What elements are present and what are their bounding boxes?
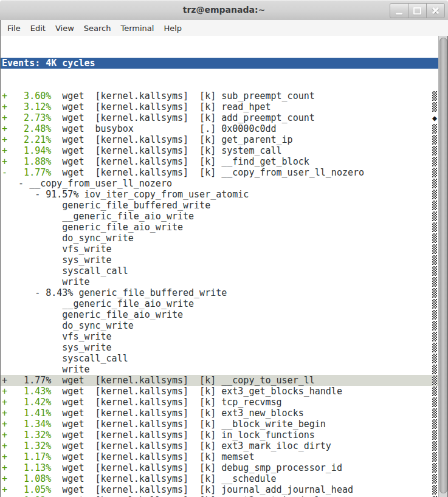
- scroll-checkerboard-icon: [432, 135, 437, 145]
- scroll-checkerboard-icon: [432, 124, 437, 134]
- perf-row[interactable]: generic_file_aio_write: [1, 222, 438, 233]
- row-text: do_sync_write: [2, 233, 134, 244]
- row-text: generic_file_buffered_write: [2, 200, 210, 211]
- perf-row[interactable]: sys_write: [1, 342, 438, 353]
- close-button[interactable]: [426, 3, 445, 18]
- perf-row[interactable]: + 1.42% wget [kernel.kallsyms] [k] tcp_r…: [1, 397, 438, 408]
- scroll-checkerboard-icon: [432, 244, 437, 254]
- scroll-checkerboard-icon: [432, 211, 437, 221]
- perf-row[interactable]: + 1.08% wget [kernel.kallsyms] [k] __sch…: [1, 473, 438, 484]
- perf-row[interactable]: + 1.13% wget [kernel.kallsyms] [k] debug…: [1, 462, 438, 473]
- minimize-icon: [396, 13, 402, 15]
- perf-row[interactable]: write: [1, 364, 438, 375]
- title-bar[interactable]: trz@empanada:~: [0, 0, 448, 21]
- scroll-checkerboard-icon: [432, 463, 437, 473]
- perf-row[interactable]: + 2.48% wget busybox [.] 0x0000c0dd: [1, 123, 438, 134]
- perf-row[interactable]: vfs_write: [1, 244, 438, 255]
- menu-item-terminal[interactable]: Terminal: [115, 21, 159, 35]
- perf-row[interactable]: syscall_call: [1, 353, 438, 364]
- row-percent: + 1.41%: [2, 408, 51, 419]
- scroll-checkerboard-icon: [432, 310, 437, 320]
- perf-row[interactable]: do_sync_write: [1, 320, 438, 331]
- menu-item-help[interactable]: Help: [159, 21, 187, 35]
- scroll-checkerboard-icon: [432, 277, 437, 287]
- row-text: wget [kernel.kallsyms] [k] in_lock_funct…: [51, 430, 314, 440]
- perf-row[interactable]: generic_file_aio_write: [1, 309, 438, 320]
- perf-row[interactable]: + 1.94% wget [kernel.kallsyms] [k] syste…: [1, 145, 438, 156]
- row-text: __generic_file_aio_write: [2, 211, 194, 222]
- minimize-button[interactable]: [390, 3, 408, 18]
- perf-row[interactable]: + 2.21% wget [kernel.kallsyms] [k] get_p…: [1, 134, 438, 145]
- scroll-checkerboard-icon: [432, 288, 437, 298]
- maximize-button[interactable]: [408, 3, 427, 18]
- scroll-checkerboard-icon: [432, 452, 437, 462]
- scroll-checkerboard-icon: [432, 102, 437, 112]
- scrollbar-track[interactable]: [438, 36, 448, 497]
- menu-item-view[interactable]: View: [50, 21, 79, 35]
- row-text: wget [kernel.kallsyms] [k] debug_smp_pro…: [51, 462, 342, 473]
- perf-row[interactable]: + 1.17% wget [kernel.kallsyms] [k] memse…: [1, 451, 438, 462]
- close-icon: [432, 7, 439, 15]
- scroll-position-diamond-icon: ◆: [430, 112, 439, 123]
- menu-bar: FileEditViewSearchTerminalHelp: [0, 20, 448, 36]
- perf-rows: + 3.60% wget [kernel.kallsyms] [k] sub_p…: [1, 91, 438, 497]
- perf-row[interactable]: + 1.41% wget [kernel.kallsyms] [k] ext3_…: [1, 408, 438, 419]
- scroll-checkerboard-icon: [432, 168, 437, 177]
- menu-item-edit[interactable]: Edit: [26, 21, 50, 35]
- row-text: wget [kernel.kallsyms] [k] system_call: [51, 145, 281, 156]
- scroll-checkerboard-icon: [432, 354, 437, 363]
- row-text: syscall_call: [2, 266, 128, 276]
- row-percent: + 1.32%: [2, 440, 51, 451]
- row-percent: + 1.43%: [2, 386, 51, 397]
- perf-row[interactable]: + 1.88% wget [kernel.kallsyms] [k] __fin…: [1, 156, 438, 167]
- perf-row[interactable]: + 1.05% wget [kernel.kallsyms] [k] journ…: [1, 484, 438, 495]
- perf-row[interactable]: - 1.77% wget [kernel.kallsyms] [k] __cop…: [1, 167, 438, 178]
- perf-row[interactable]: write: [1, 276, 438, 287]
- row-text: wget [kernel.kallsyms] [k] ext3_get_bloc…: [51, 386, 342, 397]
- row-text: - 8.43% generic_file_buffered_write: [2, 287, 227, 298]
- perf-row[interactable]: sys_write: [1, 255, 438, 266]
- scroll-checkerboard-icon: [432, 441, 437, 451]
- perf-row[interactable]: - 8.43% generic_file_buffered_write: [1, 287, 438, 298]
- row-text: syscall_call: [2, 353, 128, 364]
- row-text: - __copy_from_user_ll_nozero: [2, 178, 172, 189]
- row-percent: + 3.60%: [2, 91, 51, 101]
- scroll-checkerboard-icon: [432, 190, 437, 199]
- perf-row[interactable]: generic_file_buffered_write: [1, 200, 438, 211]
- perf-row-selected[interactable]: + 1.77% wget [kernel.kallsyms] [k] __cop…: [1, 375, 438, 386]
- terminal-content: Events: 4K cycles + 3.60% wget [kernel.k…: [0, 36, 438, 497]
- row-text: generic_file_aio_write: [2, 309, 183, 320]
- perf-row[interactable]: + 3.12% wget [kernel.kallsyms] [k] read_…: [1, 101, 438, 112]
- perf-row[interactable]: + 3.60% wget [kernel.kallsyms] [k] sub_p…: [1, 91, 438, 101]
- row-text: sys_write: [2, 342, 112, 353]
- perf-row[interactable]: + 2.73% wget [kernel.kallsyms] [k] add_p…: [1, 112, 438, 123]
- perf-row[interactable]: __generic_file_aio_write: [1, 298, 438, 309]
- scrollbar-thumb[interactable]: [439, 38, 447, 493]
- row-text: wget [kernel.kallsyms] [k] __block_write…: [51, 419, 326, 430]
- scroll-checkerboard-icon: [432, 397, 437, 407]
- row-text: vfs_write: [2, 331, 112, 342]
- scroll-checkerboard-icon: [432, 386, 437, 396]
- perf-row[interactable]: - __copy_from_user_ll_nozero: [1, 178, 438, 189]
- scroll-checkerboard-icon: [432, 255, 437, 265]
- perf-row[interactable]: + 1.32% wget [kernel.kallsyms] [k] ext3_…: [1, 440, 438, 451]
- perf-row[interactable]: + 1.32% wget [kernel.kallsyms] [k] in_lo…: [1, 430, 438, 440]
- scroll-checkerboard-icon: [432, 157, 437, 166]
- scroll-checkerboard-icon: [432, 375, 437, 385]
- menu-item-file[interactable]: File: [2, 21, 26, 35]
- perf-row[interactable]: __generic_file_aio_write: [1, 211, 438, 222]
- menu-item-search[interactable]: Search: [79, 21, 116, 35]
- row-percent: - 1.77%: [2, 167, 51, 178]
- perf-row[interactable]: - 91.57% iov_iter_copy_from_user_atomic: [1, 189, 438, 200]
- row-text: write: [2, 276, 90, 287]
- perf-row[interactable]: vfs_write: [1, 331, 438, 342]
- perf-row[interactable]: syscall_call: [1, 266, 438, 276]
- perf-row[interactable]: + 1.34% wget [kernel.kallsyms] [k] __blo…: [1, 419, 438, 430]
- window-title: trz@empanada:~: [0, 5, 448, 15]
- terminal-window: trz@empanada:~ FileEditViewSearchTermina…: [0, 0, 448, 497]
- scroll-checkerboard-icon: [432, 485, 437, 495]
- scroll-checkerboard-icon: [432, 408, 437, 418]
- row-text: generic_file_aio_write: [2, 222, 183, 233]
- perf-row[interactable]: do_sync_write: [1, 233, 438, 244]
- perf-row[interactable]: + 1.43% wget [kernel.kallsyms] [k] ext3_…: [1, 386, 438, 397]
